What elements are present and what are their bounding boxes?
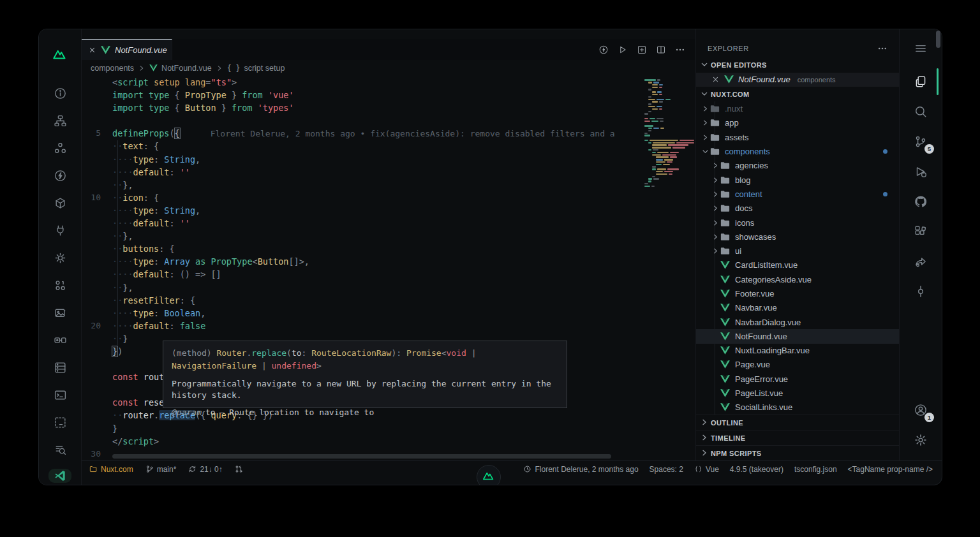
code-line[interactable]: </script> [82, 435, 695, 448]
tree-file-navbardialog-vue[interactable]: NavbarDialog.vue [696, 315, 899, 329]
tree-file-sociallinks-vue[interactable]: SocialLinks.vue [696, 401, 899, 415]
breadcrumb-symbol[interactable]: script setup [244, 64, 285, 73]
code-line[interactable]: ··}, [82, 281, 695, 294]
status-item-nuxt-com[interactable]: Nuxt.com [89, 465, 133, 474]
chevron-right-icon[interactable] [711, 247, 720, 255]
tree-file-page-vue[interactable]: Page.vue [696, 358, 899, 372]
cube-icon[interactable] [52, 195, 68, 211]
tree-folder-app[interactable]: app [696, 116, 899, 130]
tree-folder-agencies[interactable]: agencies [696, 159, 899, 173]
terminal-panel-icon[interactable] [52, 386, 68, 403]
code-line[interactable]: ··buttons: { [82, 242, 695, 255]
play-icon[interactable] [618, 45, 628, 55]
code-line[interactable]: ··resetFilter: { [82, 294, 695, 307]
status-item-pull-request-icon[interactable] [235, 465, 243, 473]
tree-folder-blog[interactable]: blog [696, 173, 899, 187]
gear-tools-icon[interactable] [52, 249, 68, 266]
run-circle-icon[interactable] [598, 45, 609, 55]
tree-file-footer-vue[interactable]: Footer.vue [696, 286, 899, 300]
status-item-21-0[interactable]: 21↓ 0↑ [188, 465, 222, 474]
menu-icon[interactable] [911, 39, 930, 58]
tree-folder-components[interactable]: components [696, 144, 899, 158]
lightning-circle-icon[interactable] [52, 167, 68, 184]
tree-file-pageerror-vue[interactable]: PageError.vue [696, 372, 899, 386]
open-editor-item[interactable]: NotFound.vue components [696, 73, 899, 87]
status-item-4-9-5-takeover[interactable]: 4.9.5 (takeover) [730, 465, 783, 474]
pipeline-icon[interactable] [52, 332, 68, 348]
search-icon[interactable] [911, 102, 930, 121]
code-line[interactable]: ····type: String, [82, 153, 695, 166]
code-line[interactable] [82, 114, 695, 127]
github-icon[interactable] [911, 192, 930, 211]
chevron-down-icon[interactable] [701, 147, 710, 156]
code-line[interactable]: ····default: '' [82, 166, 695, 179]
status-item-tagname-prop-name[interactable]: <TagName prop-name /> [848, 465, 933, 474]
source-control-icon[interactable]: 5 [911, 132, 930, 151]
status-item-tsconfig-json[interactable]: tsconfig.json [794, 465, 837, 474]
code-line[interactable]: ··}, [82, 230, 695, 242]
code-line[interactable]: ····type: Array as PropType<Button[]>, [82, 255, 695, 268]
tree-folder-ui[interactable]: ui [696, 244, 899, 258]
components-cluster-icon[interactable] [52, 140, 68, 156]
breadcrumb-file[interactable]: NotFound.vue [161, 64, 212, 73]
breadcrumb[interactable]: components NotFound.vue { } script setup [82, 60, 695, 76]
code-line[interactable]: import type { Button } from 'types' [82, 101, 695, 114]
section-open-editors[interactable]: OPEN EDITORS [696, 57, 899, 72]
code-line[interactable]: 10··icon: { [82, 191, 695, 204]
code-line[interactable]: ····type: String, [82, 204, 695, 217]
chevron-right-icon[interactable] [711, 176, 720, 184]
minimap[interactable] [643, 76, 694, 189]
chevron-right-icon[interactable] [711, 233, 720, 241]
nuxt-devtools-button[interactable] [477, 465, 501, 485]
tree-folder-showcases[interactable]: showcases [696, 230, 899, 244]
search-document-icon[interactable] [52, 441, 68, 458]
status-item-vue[interactable]: Vue [694, 465, 719, 474]
commit-icon[interactable] [911, 282, 930, 301]
files-icon[interactable] [911, 72, 930, 91]
vscode-icon[interactable] [48, 469, 71, 483]
live-share-icon[interactable] [911, 252, 930, 271]
tree-file-navbar-vue[interactable]: Navbar.vue [696, 301, 899, 315]
horizontal-scrollbar[interactable] [112, 454, 611, 459]
chevron-right-icon[interactable] [701, 119, 710, 127]
code-line[interactable]: ····type: Boolean, [82, 307, 695, 320]
extensions-icon[interactable] [911, 222, 930, 241]
settings-gear-icon[interactable] [911, 430, 930, 450]
tree-folder-assets[interactable]: assets [696, 130, 899, 144]
code-line[interactable]: ····default: '' [82, 217, 695, 230]
selection-icon[interactable] [52, 414, 68, 430]
ellipsis-icon[interactable] [877, 43, 887, 54]
tree-folder--nuxt[interactable]: .nuxt [696, 101, 899, 115]
nuxt-logo-icon[interactable] [52, 46, 68, 63]
tree-folder-docs[interactable]: docs [696, 202, 899, 216]
code-editor[interactable]: <script setup lang="ts">import type { Pr… [82, 76, 695, 460]
split-editor-icon[interactable] [656, 45, 666, 55]
code-line[interactable]: import type { PropType } from 'vue' [82, 89, 695, 101]
scrollbar-thumb[interactable] [936, 31, 940, 48]
close-icon[interactable] [711, 75, 720, 84]
code-line[interactable]: 5defineProps({Florent Delerue, 2 months … [82, 127, 695, 140]
chevron-right-icon[interactable] [701, 133, 710, 142]
breadcrumb-folder[interactable]: components [91, 64, 134, 73]
chevron-right-icon[interactable] [711, 161, 720, 170]
chevron-right-icon[interactable] [711, 219, 720, 227]
section-project-root[interactable]: NUXT.COM [696, 87, 899, 101]
run-debug-icon[interactable] [911, 162, 930, 181]
status-item-spaces-2[interactable]: Spaces: 2 [650, 465, 683, 474]
chevron-right-icon[interactable] [711, 204, 720, 212]
tree-file-cardlistitem-vue[interactable]: CardListItem.vue [696, 258, 899, 272]
chevron-right-icon[interactable] [701, 105, 710, 113]
hierarchy-icon[interactable] [52, 112, 68, 129]
section-npm-scripts[interactable]: NPM SCRIPTS [696, 445, 899, 460]
ellipsis-icon[interactable] [675, 45, 685, 55]
plug-icon[interactable] [52, 222, 68, 239]
code-line[interactable]: ····default: () => [] [82, 268, 695, 281]
tree-file-notfound-vue[interactable]: NotFound.vue [696, 329, 899, 343]
images-icon[interactable] [52, 304, 68, 321]
account-icon[interactable]: 1 [911, 401, 930, 420]
chevron-right-icon[interactable] [711, 190, 720, 198]
tab-notfound-vue[interactable]: NotFound.vue [82, 39, 172, 60]
status-item-main[interactable]: main* [145, 465, 177, 474]
plus-box-icon[interactable] [637, 45, 647, 55]
code-line[interactable]: ··}, [82, 179, 695, 191]
